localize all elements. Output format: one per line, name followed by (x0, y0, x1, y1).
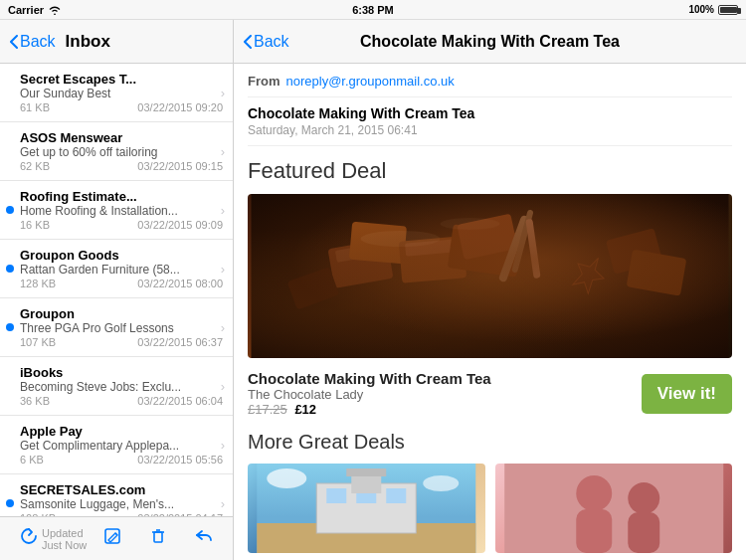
email-size: 16 KB (20, 219, 50, 231)
email-size: 61 KB (20, 101, 50, 113)
email-list-item[interactable]: Groupon Goods Rattan Garden Furniture (5… (0, 240, 233, 298)
email-size: 108 KB (20, 512, 56, 516)
chevron-right-icon: › (221, 438, 225, 453)
email-size: 128 KB (20, 278, 56, 289)
more-deals-grid (248, 464, 732, 553)
email-sender: Groupon Goods (20, 248, 223, 263)
status-time: 6:38 PM (352, 4, 394, 16)
email-date: 03/22/2015 05:56 (137, 454, 223, 466)
email-subject: Get up to 60% off tailoring (20, 145, 223, 159)
chevron-right-icon: › (221, 144, 225, 159)
inbox-back-label: Back (20, 33, 56, 51)
compose-button[interactable] (99, 523, 125, 554)
inbox-toolbar: Updated Just Now (0, 516, 233, 560)
email-subject: Three PGA Pro Golf Lessons (20, 321, 223, 335)
updated-label: Updated Just Now (42, 527, 99, 551)
email-date: 03/22/2015 09:09 (137, 219, 223, 231)
detail-panel: Back Chocolate Making With Cream Tea Fro… (234, 20, 746, 560)
inbox-nav: Back Inbox (0, 20, 233, 64)
email-list-item[interactable]: SECRETSALES.com Samsonite Luggage, Men's… (0, 474, 233, 516)
email-date: 03/22/2015 04:17 (137, 512, 223, 516)
refresh-button[interactable] (16, 523, 42, 554)
email-list: Secret Escapes T... Our Sunday Best 61 K… (0, 64, 233, 516)
battery-icon (718, 5, 738, 15)
deal-info-left: Chocolate Making With Cream Tea The Choc… (248, 370, 642, 417)
email-size: 6 KB (20, 454, 44, 466)
email-meta: 6 KB 03/22/2015 05:56 (20, 454, 223, 466)
detail-back-label: Back (254, 33, 289, 51)
svg-rect-24 (326, 488, 346, 503)
deal-image (248, 194, 732, 358)
email-meta: 107 KB 03/22/2015 06:37 (20, 336, 223, 348)
email-meta: 62 KB 03/22/2015 09:15 (20, 160, 223, 172)
email-subject: Get Complimentary Applepa... (20, 439, 223, 453)
email-date: 03/22/2015 06:04 (137, 395, 223, 407)
svg-rect-36 (504, 464, 723, 553)
inbox-back-button[interactable]: Back (10, 33, 56, 51)
email-meta: 128 KB 03/22/2015 08:00 (20, 278, 223, 289)
detail-nav-title: Chocolate Making With Cream Tea (360, 33, 620, 51)
carrier-label: Carrier (8, 4, 44, 16)
email-sender: SECRETSALES.com (20, 482, 223, 497)
email-list-item[interactable]: ASOS Menswear Get up to 60% off tailorin… (0, 122, 233, 181)
email-subject: Becoming Steve Jobs: Exclu... (20, 380, 223, 394)
email-sender: Groupon (20, 306, 223, 321)
svg-point-29 (267, 468, 306, 488)
view-deal-button[interactable]: View it! (642, 374, 732, 414)
email-subject: Samsonite Luggage, Men's... (20, 497, 223, 511)
inbox-panel: Back Inbox Secret Escapes T... Our Sunda… (0, 20, 234, 560)
original-price: £17.25 (248, 402, 287, 417)
svg-rect-1 (154, 532, 162, 542)
detail-back-button[interactable]: Back (244, 33, 289, 51)
email-size: 62 KB (20, 160, 50, 172)
email-list-item[interactable]: Apple Pay Get Complimentary Applepa... 6… (0, 416, 233, 474)
trash-button[interactable] (145, 523, 171, 554)
chevron-right-icon: › (221, 320, 225, 335)
more-deal-thumb-1[interactable] (248, 464, 485, 553)
email-list-item[interactable]: Groupon Three PGA Pro Golf Lessons 107 K… (0, 298, 233, 357)
email-list-item[interactable]: Secret Escapes T... Our Sunday Best 61 K… (0, 64, 233, 122)
chevron-right-icon: › (221, 496, 225, 511)
image-overlay (248, 194, 732, 358)
svg-rect-28 (346, 468, 386, 476)
battery-pct: 100% (688, 4, 714, 15)
email-date: 03/22/2015 09:20 (137, 101, 223, 113)
chevron-right-icon: › (221, 86, 225, 100)
deal-name: Chocolate Making With Cream Tea (248, 370, 642, 387)
featured-deal-heading: Featured Deal (248, 158, 732, 184)
svg-point-30 (423, 475, 459, 491)
deal-sub: The Chocolate Lady (248, 387, 642, 402)
email-subject: Rattan Garden Furniture (58... (20, 263, 223, 277)
chevron-right-icon: › (221, 262, 225, 277)
deal-info-row: Chocolate Making With Cream Tea The Choc… (248, 370, 732, 417)
email-subject-line: Chocolate Making With Cream Tea (248, 105, 732, 121)
email-sender: Apple Pay (20, 424, 223, 439)
email-from-row: From noreply@r.grouponmail.co.uk (248, 74, 732, 97)
email-sender: Secret Escapes T... (20, 72, 223, 87)
sale-price: £12 (294, 402, 316, 417)
email-list-item[interactable]: iBooks Becoming Steve Jobs: Exclu... 36 … (0, 357, 233, 416)
email-date: 03/22/2015 09:15 (137, 160, 223, 172)
email-meta: 61 KB 03/22/2015 09:20 (20, 101, 223, 113)
email-subject: Our Sunday Best (20, 87, 223, 100)
chevron-right-icon: › (221, 379, 225, 394)
more-deals-heading: More Great Deals (248, 431, 732, 454)
email-date-line: Saturday, March 21, 2015 06:41 (248, 123, 732, 137)
email-list-item[interactable]: Roofing Estimate... Home Roofing & Insta… (0, 181, 233, 240)
svg-rect-26 (386, 488, 406, 503)
email-subject: Home Roofing & Installation... (20, 204, 223, 218)
reply-button[interactable] (191, 523, 217, 554)
detail-body: From noreply@r.grouponmail.co.uk Chocola… (234, 64, 746, 560)
email-sender: Roofing Estimate... (20, 189, 223, 204)
status-bar: Carrier 6:38 PM 100% (0, 0, 746, 20)
inbox-title: Inbox (66, 32, 110, 52)
email-meta: 36 KB 03/22/2015 06:04 (20, 395, 223, 407)
email-meta: 16 KB 03/22/2015 09:09 (20, 219, 223, 231)
detail-nav: Back Chocolate Making With Cream Tea (234, 20, 746, 64)
more-deal-thumb-2[interactable] (495, 464, 733, 553)
main-layout: Back Inbox Secret Escapes T... Our Sunda… (0, 20, 746, 560)
from-address: noreply@r.grouponmail.co.uk (286, 74, 455, 89)
email-date: 03/22/2015 06:37 (137, 336, 223, 348)
email-header-info: Chocolate Making With Cream Tea Saturday… (248, 105, 732, 146)
email-sender: ASOS Menswear (20, 130, 223, 145)
